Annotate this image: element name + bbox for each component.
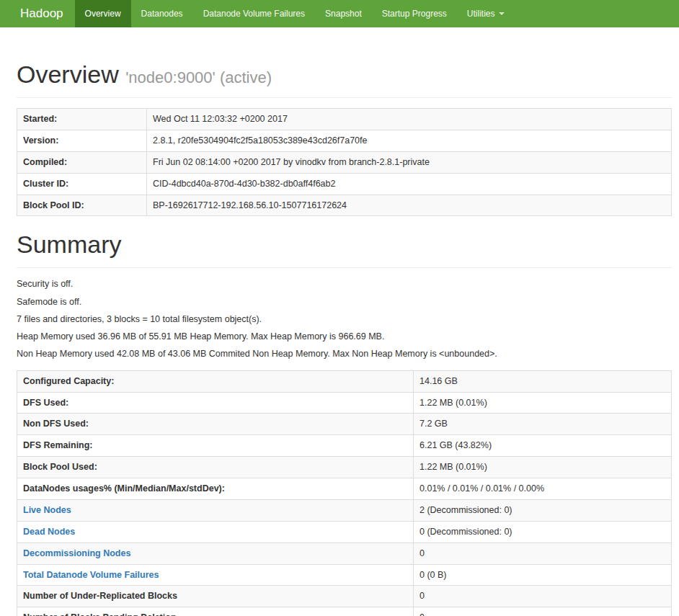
row-value: Fri Jun 02 08:14:00 +0200 2017 by vinodk… — [147, 151, 672, 173]
table-row-dfs-remaining: DFS Remaining: 6.21 GB (43.82%) — [17, 435, 672, 457]
nav-item-label: Datanode Volume Failures — [203, 9, 305, 19]
main-content: Overview 'node0:9000' (active) Started: … — [0, 61, 679, 616]
page-title: Overview 'node0:9000' (active) — [17, 61, 672, 89]
row-label: Non DFS Used: — [17, 414, 414, 435]
row-value: BP-1692617712-192.168.56.10-150771617262… — [147, 195, 672, 216]
row-value: 6.21 GB (43.82%) — [414, 435, 672, 457]
nav-item-label: Datanodes — [141, 9, 183, 19]
table-row-dfs-used: DFS Used: 1.22 MB (0.01%) — [17, 392, 672, 414]
row-value: 2.8.1, r20fe5304904fc2f5a18053c389e43cd2… — [147, 130, 672, 151]
row-value: 14.16 GB — [414, 370, 672, 392]
page-subtitle: 'node0:9000' (active) — [125, 68, 272, 86]
row-value: 0 — [414, 543, 672, 564]
divider — [17, 267, 672, 268]
nav-item-utilities[interactable]: Utilities — [457, 0, 515, 27]
decommissioning-nodes-link[interactable]: Decommissioning Nodes — [23, 548, 130, 558]
total-datanode-volume-failures-link[interactable]: Total Datanode Volume Failures — [23, 570, 159, 580]
row-label: Number of Under-Replicated Blocks — [17, 586, 414, 607]
safemode-status-text: Safemode is off. — [17, 296, 672, 308]
non-heap-memory-text: Non Heap Memory used 42.08 MB of 43.06 M… — [17, 348, 672, 360]
row-value: 0 (Decommissioned: 0) — [414, 521, 672, 543]
table-row-decommissioning-nodes: Decommissioning Nodes 0 — [17, 543, 672, 564]
row-label: Block Pool Used: — [17, 457, 414, 478]
table-row-block-pool-used: Block Pool Used: 1.22 MB (0.01%) — [17, 457, 672, 478]
nav-item-label: Startup Progress — [382, 9, 447, 19]
table-row-block-pool-id: Block Pool ID: BP-1692617712-192.168.56.… — [17, 195, 672, 216]
brand-hadoop[interactable]: Hadoop — [9, 0, 75, 27]
nav-item-label: Utilities — [467, 9, 495, 19]
table-row-under-replicated-blocks: Number of Under-Replicated Blocks 0 — [17, 586, 672, 607]
row-label: Live Nodes — [17, 499, 414, 521]
divider — [17, 97, 672, 98]
nav-item-snapshot[interactable]: Snapshot — [315, 0, 372, 27]
summary-paragraphs: Security is off. Safemode is off. 7 file… — [17, 278, 672, 360]
row-value: 0 (0 B) — [414, 564, 672, 586]
row-label: Configured Capacity: — [17, 370, 414, 392]
live-nodes-link[interactable]: Live Nodes — [23, 505, 71, 515]
row-value: 1.22 MB (0.01%) — [414, 457, 672, 478]
table-row-datanodes-usages: DataNodes usages% (Min/Median/Max/stdDev… — [17, 478, 672, 500]
nav-item-datanode-volume-failures[interactable]: Datanode Volume Failures — [193, 0, 315, 27]
page-title-text: Overview — [17, 61, 119, 88]
row-value: CID-4dbcd40a-870d-4d30-b382-db0aff4f6ab2 — [147, 173, 672, 195]
security-status-text: Security is off. — [17, 278, 672, 290]
chevron-down-icon — [499, 12, 505, 15]
row-label: Version: — [17, 130, 147, 151]
row-value: 0.01% / 0.01% / 0.01% / 0.00% — [414, 478, 672, 500]
filesystem-objects-text: 7 files and directories, 3 blocks = 10 t… — [17, 313, 672, 325]
nav-item-startup-progress[interactable]: Startup Progress — [372, 0, 457, 27]
row-label: Block Pool ID: — [17, 195, 147, 216]
row-label: Cluster ID: — [17, 173, 147, 195]
row-label: DFS Remaining: — [17, 435, 414, 457]
nav-item-label: Overview — [85, 9, 121, 19]
row-value: 2 (Decommissioned: 0) — [414, 499, 672, 521]
row-value: 1.22 MB (0.01%) — [414, 392, 672, 414]
row-label: DFS Used: — [17, 392, 414, 414]
row-label: Total Datanode Volume Failures — [17, 564, 414, 586]
table-row-configured-capacity: Configured Capacity: 14.16 GB — [17, 370, 672, 392]
row-label: Started: — [17, 109, 147, 130]
table-row-non-dfs-used: Non DFS Used: 7.2 GB — [17, 414, 672, 435]
table-row-live-nodes: Live Nodes 2 (Decommissioned: 0) — [17, 499, 672, 521]
nav-item-label: Snapshot — [325, 9, 362, 19]
table-row-version: Version: 2.8.1, r20fe5304904fc2f5a18053c… — [17, 130, 672, 151]
table-row-started: Started: Wed Oct 11 12:03:32 +0200 2017 — [17, 109, 672, 130]
row-label: DataNodes usages% (Min/Median/Max/stdDev… — [17, 478, 414, 500]
row-label: Dead Nodes — [17, 521, 414, 543]
table-row-blocks-pending-deletion: Number of Blocks Pending Deletion 0 — [17, 607, 672, 616]
nav-item-datanodes[interactable]: Datanodes — [131, 0, 193, 27]
table-row-cluster-id: Cluster ID: CID-4dbcd40a-870d-4d30-b382-… — [17, 173, 672, 195]
row-label: Compiled: — [17, 151, 147, 173]
summary-table: Configured Capacity: 14.16 GB DFS Used: … — [17, 370, 672, 616]
nav-item-overview[interactable]: Overview — [75, 0, 131, 27]
navbar: Hadoop Overview Datanodes Datanode Volum… — [0, 0, 679, 27]
nav-menu: Overview Datanodes Datanode Volume Failu… — [75, 0, 515, 27]
overview-info-table: Started: Wed Oct 11 12:03:32 +0200 2017 … — [17, 108, 672, 216]
table-row-compiled: Compiled: Fri Jun 02 08:14:00 +0200 2017… — [17, 151, 672, 173]
row-value: 0 — [414, 607, 672, 616]
row-label: Decommissioning Nodes — [17, 543, 414, 564]
row-value: 7.2 GB — [414, 414, 672, 435]
summary-heading: Summary — [17, 231, 672, 259]
row-value: 0 — [414, 586, 672, 607]
dead-nodes-link[interactable]: Dead Nodes — [23, 527, 75, 537]
table-row-total-datanode-volume-failures: Total Datanode Volume Failures 0 (0 B) — [17, 564, 672, 586]
table-row-dead-nodes: Dead Nodes 0 (Decommissioned: 0) — [17, 521, 672, 543]
heap-memory-text: Heap Memory used 36.96 MB of 55.91 MB He… — [17, 331, 672, 342]
row-value: Wed Oct 11 12:03:32 +0200 2017 — [147, 109, 672, 130]
row-label: Number of Blocks Pending Deletion — [17, 607, 414, 616]
